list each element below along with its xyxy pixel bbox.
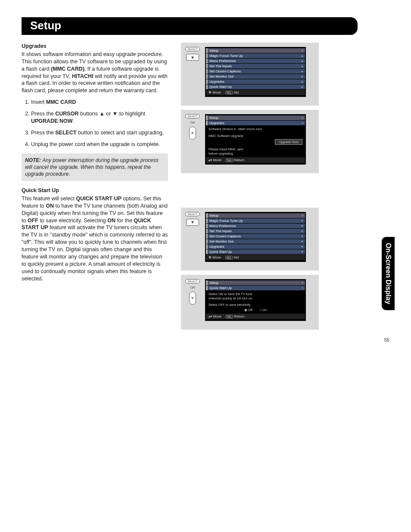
left-column: Upgrades It shows software information a… (22, 43, 168, 334)
list-item[interactable]: Set Closed Captions▸ (206, 69, 305, 74)
quickstart-heading: Quick Start Up (22, 187, 168, 194)
note-label: NOTE: (25, 157, 41, 163)
list-item[interactable]: Upgrades▸ (206, 79, 305, 84)
osd-panel-setup-1: SELECT ▼ Setup× Magic Focus Tune Up▸ Men… (181, 43, 319, 106)
down-arrow-icon[interactable]: ▼ (186, 219, 199, 226)
arrow-icon: ▸ (302, 85, 303, 89)
step-4: Unplug the power cord when the upgrade i… (31, 141, 168, 148)
upgrades-heading: Upgrades (22, 43, 168, 50)
osd-footer: ✥ MoveSELSet (206, 90, 305, 95)
radio-on[interactable]: On (259, 308, 267, 312)
text: CURSOR (55, 111, 78, 117)
list-item[interactable]: Set Closed Captions▸ (206, 234, 305, 239)
arrow-icon: ▸ (302, 75, 303, 78)
list-item[interactable]: Menu Preference▸ (206, 224, 305, 228)
page-title: Setup (22, 17, 358, 35)
text: UPGRADE NOW (31, 118, 73, 124)
text: Press the (31, 130, 55, 136)
step-3: Press the SELECT button to select and st… (31, 129, 168, 137)
qsu-line2: Select OFF to save electricity Off On (206, 302, 305, 314)
or-label: OR (190, 286, 195, 289)
osd-screen: Setup× Quick Start Up× Select ON to have… (205, 279, 306, 321)
osd-panel-quickstart: SELECT OR ▸ Setup× Quick Start Up× Selec… (181, 275, 319, 330)
arrow-icon: ▸ (302, 54, 303, 58)
radio-off[interactable]: Off (244, 308, 252, 312)
or-label: OR (190, 121, 195, 124)
text: Insert (31, 99, 46, 105)
list-item[interactable]: Quick Start Up▸ (206, 249, 305, 254)
text: button to select and start upgrading. (77, 130, 164, 136)
list-item[interactable]: Menu Preference▸ (206, 59, 305, 63)
nav-pad-icon[interactable]: ▸ (189, 292, 196, 305)
mmc-card-label: (MMC CARD). (51, 66, 86, 72)
close-icon: × (302, 116, 303, 119)
list-item[interactable]: Set Monitor Out▸ (206, 239, 305, 244)
text: to save electricity. Selecting (38, 218, 107, 224)
text: buttons ▲ or ▼ to highlight (78, 111, 145, 117)
close-icon: × (302, 49, 303, 52)
side-tab: On-Screen Display (382, 237, 395, 310)
page-number: 55 (384, 337, 389, 342)
close-icon: × (302, 214, 303, 217)
qsu-line1: Select ON to have the TV tunechannels qu… (206, 291, 305, 302)
mmc-upgrade-label: MMC Software Upgrade Upgrade Now (206, 133, 305, 146)
right-column: SELECT ▼ Setup× Magic Focus Tune Up▸ Men… (181, 43, 319, 334)
osd-screen: Setup× Magic Focus Tune Up▸ Menu Prefere… (205, 47, 306, 97)
quickstart-body: This feature will select QUICK START UP … (22, 195, 168, 283)
osd-panel-setup-2: SELECT ▼ Setup× Magic Focus Tune Up▸ Men… (181, 208, 319, 271)
note-box: NOTE: Any power interruption during the … (22, 153, 168, 181)
hitachi-label: HITACHI (72, 73, 93, 79)
note-text: Any power interruption during the upgrad… (25, 157, 159, 177)
step-1: Insert MMC CARD (31, 99, 168, 106)
nav-pad-icon[interactable]: ▸ (189, 127, 196, 140)
text: Press the (31, 111, 55, 117)
text: ON (107, 218, 115, 224)
osd-subtitle: Quick Start Up× (206, 286, 305, 290)
osd-subtitle: Upgrades× (206, 121, 305, 125)
upgrade-now-button[interactable]: Upgrade Now (275, 139, 302, 145)
list-item[interactable]: Set Monitor Out▸ (206, 74, 305, 79)
select-button[interactable]: SELECT (185, 212, 199, 216)
upgrades-intro: It shows software information and easy u… (22, 51, 168, 94)
list-item[interactable]: Set The Inputs▸ (206, 64, 305, 68)
close-icon: × (302, 286, 303, 289)
osd-title: Setup× (206, 280, 305, 285)
text: feature will activate the TV tuners circ… (22, 224, 168, 281)
select-button[interactable]: SELECT (185, 114, 199, 118)
select-button[interactable]: SELECT (185, 47, 199, 51)
close-icon: × (302, 121, 303, 124)
close-icon: × (302, 281, 303, 284)
down-arrow-icon[interactable]: ▼ (186, 54, 199, 61)
text: This feature will select (22, 196, 76, 202)
osd-title: Setup× (206, 213, 305, 218)
osd-title: Setup× (206, 48, 305, 53)
text: QUICK START UP (76, 196, 121, 202)
osd-footer: ✥ MoveSELSet (206, 255, 305, 260)
osd-footer: ▴▾ MoveSELReturn (206, 157, 305, 163)
arrow-icon: ▸ (302, 80, 303, 84)
text: MMC CARD (46, 99, 76, 105)
list-item[interactable]: Quick Start Up▸ (206, 84, 305, 89)
list-item[interactable]: Upgrades▸ (206, 244, 305, 249)
osd-screen: Setup× Upgrades× Software Version # : Ma… (205, 114, 306, 165)
arrow-icon: ▸ (302, 65, 303, 68)
upgrade-steps: Insert MMC CARD Press the CURSOR buttons… (22, 99, 168, 148)
step-2: Press the CURSOR buttons ▲ or ▼ to highl… (31, 110, 168, 125)
osd-panel-upgrades: SELECT OR ▸ Setup× Upgrades× Software Ve… (181, 110, 319, 173)
insert-mmc-msg: Please Insert MMC cardbefore upgrading. (206, 146, 305, 157)
list-item[interactable]: Magic Focus Tune Up▸ (206, 53, 305, 58)
text: for the (115, 218, 134, 224)
software-version: Software Version # : Main Vxxxx.xxxx (206, 126, 305, 133)
osd-footer: ▴▾ MoveSELReturn (206, 314, 305, 319)
osd-title: Setup× (206, 115, 305, 120)
text: ON (46, 203, 54, 209)
list-item[interactable]: Set The Inputs▸ (206, 229, 305, 233)
arrow-icon: ▸ (302, 59, 303, 63)
osd-screen: Setup× Magic Focus Tune Up▸ Menu Prefere… (205, 212, 306, 262)
select-button[interactable]: SELECT (185, 279, 199, 283)
text: . (73, 118, 74, 124)
arrow-icon: ▸ (302, 70, 303, 73)
text: OFF (28, 218, 38, 224)
list-item[interactable]: Magic Focus Tune Up▸ (206, 218, 305, 223)
text: SELECT (55, 130, 76, 136)
